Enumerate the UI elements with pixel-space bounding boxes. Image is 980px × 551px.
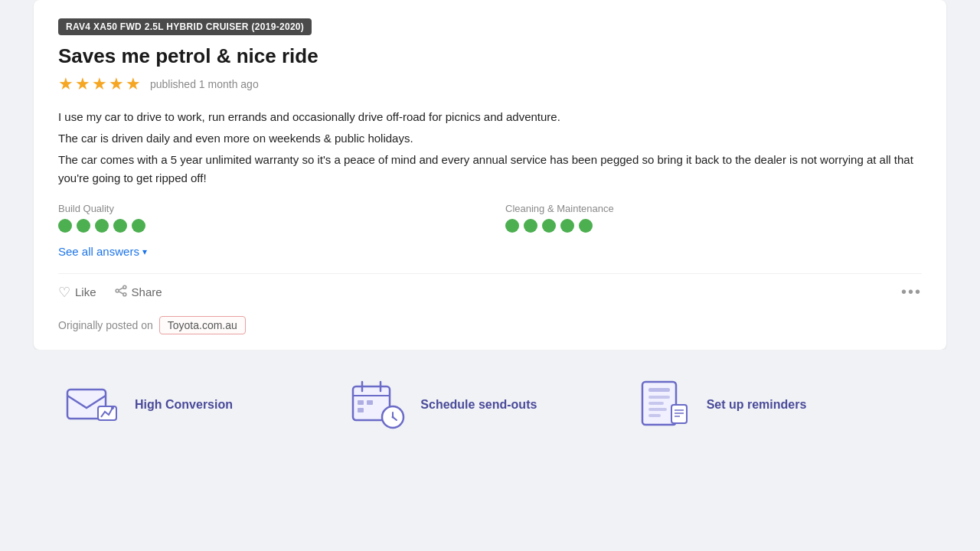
cleaning-label: Cleaning & Maintenance <box>505 203 922 214</box>
dot <box>505 219 519 233</box>
svg-rect-22 <box>648 402 664 405</box>
calendar-clock-icon <box>347 374 408 435</box>
dot <box>524 219 537 233</box>
feature-reminders: Set up reminders <box>633 374 919 435</box>
share-button[interactable]: Share <box>115 285 162 300</box>
schedule-label: Schedule send-outs <box>420 398 537 412</box>
build-quality-label: Build Quality <box>58 203 475 214</box>
review-meta: ★★★★★ published 1 month ago <box>58 74 922 94</box>
action-buttons: ♡ Like Share <box>58 284 162 301</box>
body-line-3: The car comes with a 5 year unlimited wa… <box>58 151 922 187</box>
like-button[interactable]: ♡ Like <box>58 284 96 301</box>
svg-rect-24 <box>648 414 661 417</box>
review-body: I use my car to drive to work, run erran… <box>58 108 922 187</box>
see-all-text: See all answers <box>58 245 139 258</box>
build-quality-dots <box>58 219 475 233</box>
dot <box>560 219 574 233</box>
dot <box>113 219 127 233</box>
dot <box>58 219 72 233</box>
ratings-grid: Build Quality Cleaning & Maintenance <box>58 203 922 233</box>
published-date: published 1 month ago <box>150 78 259 90</box>
dot <box>77 219 90 233</box>
svg-line-4 <box>119 288 123 290</box>
review-card: RAV4 XA50 FWD 2.5L HYBRID CRUISER (2019-… <box>34 0 946 350</box>
share-label: Share <box>132 285 162 298</box>
reminders-label: Set up reminders <box>707 398 807 412</box>
model-badge: RAV4 XA50 FWD 2.5L HYBRID CRUISER (2019-… <box>58 18 312 35</box>
dot <box>579 219 593 233</box>
svg-point-18 <box>392 416 394 419</box>
svg-point-2 <box>122 292 126 295</box>
posted-row: Originally posted on Toyota.com.au <box>58 313 922 334</box>
body-line-2: The car is driven daily and even more on… <box>58 129 922 148</box>
svg-point-0 <box>122 285 126 289</box>
svg-rect-13 <box>367 400 373 405</box>
rating-build-quality: Build Quality <box>58 203 475 233</box>
svg-point-1 <box>116 289 119 292</box>
review-title: Saves me petrol & nice ride <box>58 44 922 68</box>
email-chart-icon <box>61 374 122 435</box>
star-rating: ★★★★★ <box>58 74 142 94</box>
svg-rect-20 <box>648 388 670 392</box>
feature-high-conversion: High Conversion <box>61 374 347 435</box>
svg-rect-12 <box>358 400 364 405</box>
share-icon <box>115 285 127 300</box>
svg-rect-23 <box>648 408 667 411</box>
actions-row: ♡ Like Share ••• <box>58 273 922 313</box>
like-label: Like <box>75 285 96 298</box>
feature-schedule: Schedule send-outs <box>347 374 632 435</box>
dot <box>132 219 145 233</box>
heart-icon: ♡ <box>58 284 70 301</box>
body-line-1: I use my car to drive to work, run erran… <box>58 108 922 126</box>
svg-line-3 <box>119 291 123 293</box>
posted-source-badge[interactable]: Toyota.com.au <box>159 316 246 334</box>
high-conversion-label: High Conversion <box>135 398 233 412</box>
posted-prefix: Originally posted on <box>58 319 153 331</box>
svg-point-7 <box>111 406 114 409</box>
svg-rect-25 <box>671 405 687 423</box>
features-section: High Conversion Schedule <box>0 350 980 460</box>
dot <box>542 219 556 233</box>
cleaning-dots <box>505 219 922 233</box>
chevron-down-icon: ▾ <box>142 246 147 257</box>
more-options-icon[interactable]: ••• <box>901 283 922 301</box>
dot <box>95 219 109 233</box>
svg-rect-21 <box>648 396 670 399</box>
reminder-list-icon <box>633 374 694 435</box>
see-all-answers-link[interactable]: See all answers ▾ <box>58 245 147 258</box>
rating-cleaning: Cleaning & Maintenance <box>505 203 922 233</box>
svg-rect-14 <box>358 408 364 412</box>
